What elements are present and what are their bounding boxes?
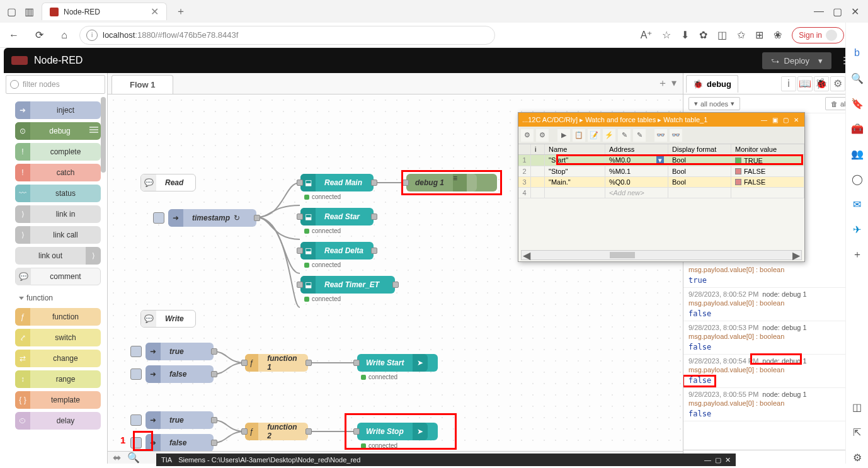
extensions-icon[interactable]: ✿: [699, 29, 707, 41]
node-write-start[interactable]: Write Start➤connected: [357, 354, 438, 372]
search-icon[interactable]: 🔍: [127, 452, 140, 464]
node-debug1[interactable]: debug 1≡: [406, 174, 497, 191]
node-function1[interactable]: ƒfunction 1: [245, 354, 308, 372]
tia-row-3[interactable]: 3"Main."%Q0.0BoolFALSE: [518, 177, 804, 188]
back-icon[interactable]: ←: [4, 25, 24, 45]
palette-link-out[interactable]: link out⟩: [15, 247, 101, 265]
node-timestamp[interactable]: ➜timestamp↻: [168, 209, 256, 227]
info-icon[interactable]: i: [781, 76, 796, 91]
node-true2[interactable]: ➜true: [146, 411, 214, 429]
tia-tool-2[interactable]: ⚙: [536, 129, 549, 142]
downloads-icon[interactable]: ⬇: [681, 29, 689, 41]
inject-button-true2[interactable]: [130, 414, 142, 426]
node-function2[interactable]: ƒfunction 2: [245, 423, 308, 440]
close-tab-icon[interactable]: ✕: [151, 6, 159, 18]
node-read-main[interactable]: ⬓Read Mainconnected: [300, 174, 374, 191]
palette-change[interactable]: ⇄change: [15, 350, 101, 367]
signin-button[interactable]: Sign in: [792, 27, 844, 43]
inject-button-false2[interactable]: [130, 437, 142, 448]
read-aloud-icon[interactable]: A⁺: [641, 29, 653, 41]
add-edge-icon[interactable]: ＋: [851, 248, 864, 261]
node-read-star[interactable]: ⬓Read Starconnected: [300, 208, 374, 225]
palette-template[interactable]: { }template: [15, 391, 101, 409]
new-tab-button[interactable]: ＋: [172, 5, 190, 18]
tia-tool-8[interactable]: ✎: [633, 129, 646, 142]
tia-tool-5[interactable]: 📝: [588, 129, 600, 142]
inject-button-false1[interactable]: [130, 368, 142, 380]
minimize-icon[interactable]: —: [814, 6, 824, 18]
config-icon[interactable]: ⚙: [830, 76, 845, 91]
palette-function[interactable]: ƒfunction: [15, 308, 101, 326]
node-true1[interactable]: ➜true: [146, 343, 214, 360]
node-false1[interactable]: ➜false: [146, 365, 214, 383]
tab-menu-icon[interactable]: ▾: [671, 77, 677, 90]
split-icon[interactable]: ◫: [717, 29, 727, 41]
palette-link-in[interactable]: ⟩link in: [15, 205, 101, 223]
settings-icon[interactable]: ⚙: [851, 451, 864, 464]
tia-tool-9[interactable]: 👓: [654, 129, 667, 142]
siemens-taskbar-window[interactable]: TIA Siemens - C:\Users\Al-3amer\Desktop\…: [156, 454, 736, 466]
tia-tool-4[interactable]: 📋: [573, 129, 585, 142]
tab-flow1[interactable]: Flow 1: [111, 75, 173, 94]
tia-tool-1[interactable]: ⚙: [521, 129, 534, 142]
tia-row-2[interactable]: 2"Stop"%M0.1BoolFALSE: [518, 166, 804, 177]
node-read-timer[interactable]: ⬓Read Timer_ETconnected: [300, 276, 395, 294]
debug2-icon[interactable]: 🐞: [814, 76, 829, 91]
palette-range[interactable]: ↕range: [15, 370, 101, 388]
tia-watch-window[interactable]: ...12C AC/DC/Rly] ▸ Watch and force tabl…: [518, 112, 805, 262]
palette-link-call[interactable]: ⟩link call: [15, 226, 101, 244]
palette-delay[interactable]: ⏲delay: [15, 412, 101, 430]
tia-float-icon[interactable]: ▣: [770, 115, 779, 124]
sidebar-toggle-icon[interactable]: ◫: [851, 401, 864, 413]
tools-icon[interactable]: 🧰: [851, 122, 864, 135]
tia-row-1[interactable]: 1"Start"%M0.0 ▾BoolTRUE: [518, 155, 804, 166]
palette-category-function[interactable]: function: [15, 288, 101, 305]
site-info-icon[interactable]: i: [86, 30, 98, 41]
tw-max-icon[interactable]: ▢: [715, 456, 721, 464]
favorite-icon[interactable]: ☆: [662, 29, 671, 41]
tia-row-4[interactable]: 4<Add new>: [518, 188, 804, 198]
tia-tool-10[interactable]: 👓: [670, 129, 682, 142]
performance-icon[interactable]: ❀: [774, 29, 782, 41]
url-input[interactable]: i localhost:1880/#flow/476b5e78.8443f: [79, 26, 495, 45]
tia-max-icon[interactable]: ▢: [781, 115, 790, 124]
node-read-delta[interactable]: ⬓Read Deltaconnected: [300, 242, 374, 260]
collections-icon[interactable]: ▥: [20, 3, 38, 20]
palette-inject[interactable]: ➜inject: [15, 101, 101, 119]
tab-debug[interactable]: 🐞debug: [686, 75, 738, 93]
tia-scrollbar[interactable]: ◀▶: [521, 250, 802, 260]
people-icon[interactable]: 👥: [851, 147, 864, 160]
filter-nodes-button[interactable]: ▾ all nodes ▾: [688, 97, 740, 110]
palette-catch[interactable]: !catch: [15, 164, 101, 181]
tia-tool-7[interactable]: ✎: [618, 129, 631, 142]
node-write-stop[interactable]: Write Stop➤connected: [357, 423, 438, 440]
telegram-icon[interactable]: ✈: [851, 223, 864, 236]
browser-tab[interactable]: Node-RED ✕: [42, 3, 167, 20]
search-edge-icon[interactable]: 🔍: [851, 72, 864, 84]
tia-min-icon[interactable]: —: [760, 115, 768, 124]
palette-debug[interactable]: ⊙debug: [15, 122, 101, 140]
tia-table[interactable]: iNameAddressDisplay formatMonitor value …: [518, 144, 804, 198]
deploy-button[interactable]: ⮑ Deploy ▾: [762, 52, 831, 69]
help-icon[interactable]: 📖: [797, 76, 813, 91]
tia-tool-3[interactable]: ▶: [557, 129, 570, 142]
palette-comment[interactable]: 💬comment: [15, 268, 101, 285]
refresh-icon[interactable]: ⟳: [29, 25, 49, 45]
inject-button-true1[interactable]: [130, 346, 142, 357]
bing-icon[interactable]: b: [851, 47, 864, 59]
inject-button[interactable]: [153, 212, 164, 224]
palette-filter-input[interactable]: filter nodes: [6, 75, 105, 94]
tia-close-icon[interactable]: ✕: [792, 115, 801, 124]
office-icon[interactable]: ◯: [851, 173, 864, 185]
home-icon[interactable]: ⌂: [54, 25, 74, 45]
tw-min-icon[interactable]: —: [704, 456, 711, 464]
shopping-icon[interactable]: 🔖: [851, 97, 864, 110]
close-window-icon[interactable]: ✕: [851, 6, 859, 18]
maximize-icon[interactable]: ▢: [833, 6, 842, 18]
tw-close-icon[interactable]: ✕: [725, 456, 731, 464]
palette-complete[interactable]: !complete: [15, 143, 101, 161]
tia-tool-6[interactable]: ⚡: [603, 129, 615, 142]
outlook-icon[interactable]: ✉: [851, 198, 864, 210]
palette-status[interactable]: 〰status: [15, 185, 101, 202]
node-false2[interactable]: ➜false: [146, 434, 214, 452]
